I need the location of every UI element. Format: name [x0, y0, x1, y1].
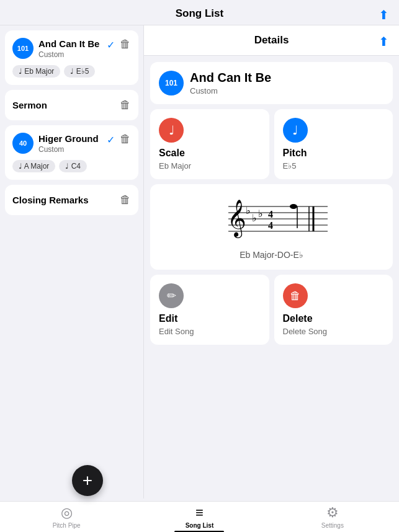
svg-text:♭: ♭ [252, 213, 257, 223]
svg-text:♭: ♭ [246, 205, 251, 216]
song-subtitle-and-can-it-be: Custom [38, 50, 107, 59]
tab-bar: ◎ Pitch Pipe ≡ Song List ⚙ Settings [0, 501, 399, 532]
svg-text:4: 4 [268, 209, 273, 219]
section-closing-title: Closing Remarks [12, 195, 89, 205]
right-panel: Details ⬆ 101 And Can It Be Custom ♩ Sca… [144, 25, 399, 499]
app-header: Song List ⬆ [0, 0, 399, 25]
details-song-badge: 101 [159, 71, 184, 95]
delete-card[interactable]: 🗑 Delete Delete Song [274, 275, 393, 345]
settings-tab-label: Settings [321, 522, 344, 529]
settings-tab-icon: ⚙ [326, 505, 339, 521]
detail-cards-row: ♩ Scale Eb Major ♩ Pitch E♭5 [150, 109, 393, 179]
song-badge-40: 40 [12, 133, 34, 154]
song-tag-pitch-1: ♩ E♭5 [64, 65, 95, 78]
svg-point-11 [290, 204, 297, 209]
pitch-card: ♩ Pitch E♭5 [274, 109, 393, 179]
section-sermon-title: Sermon [12, 100, 47, 110]
song-title-and-can-it-be: And Can It Be [38, 38, 107, 49]
song-list-tab-icon: ≡ [195, 505, 204, 521]
music-notation-card: 𝄞 ♭ ♭ ♭ 4 4 Eb Major-DO-E♭ [150, 184, 393, 270]
section-sermon: Sermon 🗑 [5, 90, 138, 120]
song-check-icon-2: ✓ [107, 134, 115, 146]
pitch-pipe-tab-icon: ◎ [61, 505, 73, 521]
details-title: Details [254, 34, 289, 46]
left-panel: 101 And Can It Be Custom ✓ 🗑 ♩ Eb Major … [0, 25, 144, 499]
app-title: Song List [176, 7, 223, 19]
scale-icon: ♩ [159, 118, 184, 143]
edit-icon: ✏ [159, 283, 184, 308]
delete-sub: Delete Song [283, 327, 385, 336]
song-check-icon-1: ✓ [107, 39, 115, 51]
tab-settings[interactable]: ⚙ Settings [266, 501, 399, 532]
song-list-tab-label: Song List [186, 522, 214, 529]
action-cards-row: ✏ Edit Edit Song 🗑 Delete Delete Song [150, 275, 393, 345]
section-closing-remarks: Closing Remarks 🗑 [5, 185, 138, 215]
song-tags-2: ♩ A Major ♩ C4 [12, 160, 131, 172]
tab-song-list[interactable]: ≡ Song List [133, 501, 266, 532]
song-delete-icon-1[interactable]: 🗑 [120, 38, 131, 51]
song-tag-pitch-2: ♩ C4 [59, 160, 87, 172]
pitch-label: Pitch [283, 148, 385, 159]
edit-card[interactable]: ✏ Edit Edit Song [150, 275, 269, 345]
details-header: Details ⬆ [144, 25, 399, 56]
svg-text:4: 4 [268, 220, 273, 231]
song-title-higer-ground: Higer Ground [38, 133, 107, 144]
song-tags-1: ♩ Eb Major ♩ E♭5 [12, 65, 131, 78]
tab-pitch-pipe[interactable]: ◎ Pitch Pipe [0, 501, 133, 532]
song-tag-scale-1: ♩ Eb Major [12, 65, 60, 78]
details-song-card: 101 And Can It Be Custom [150, 62, 393, 104]
scale-value: Eb Major [159, 161, 261, 171]
details-share-icon[interactable]: ⬆ [379, 34, 389, 49]
details-song-sub: Custom [190, 86, 271, 95]
song-subtitle-higer-ground: Custom [38, 145, 107, 154]
pitch-value: E♭5 [283, 161, 385, 171]
header-share-icon[interactable]: ⬆ [379, 7, 389, 22]
song-card-and-can-it-be[interactable]: 101 And Can It Be Custom ✓ 🗑 ♩ Eb Major … [5, 30, 138, 85]
main-layout: 101 And Can It Be Custom ✓ 🗑 ♩ Eb Major … [0, 25, 399, 499]
section-closing-delete-icon[interactable]: 🗑 [120, 193, 131, 206]
song-badge-101: 101 [12, 38, 34, 59]
music-staff-svg: 𝄞 ♭ ♭ ♭ 4 4 [210, 194, 334, 250]
music-notation-caption: Eb Major-DO-E♭ [240, 250, 303, 260]
details-song-name: And Can It Be [190, 71, 271, 85]
scale-label: Scale [159, 148, 261, 159]
delete-icon: 🗑 [283, 283, 308, 308]
scale-card: ♩ Scale Eb Major [150, 109, 269, 179]
svg-text:♭: ♭ [258, 208, 263, 219]
add-button[interactable]: + [72, 465, 103, 496]
song-card-higer-ground[interactable]: 40 Higer Ground Custom ✓ 🗑 ♩ A Major ♩ C… [5, 125, 138, 180]
song-tag-scale-2: ♩ A Major [12, 160, 55, 172]
edit-label: Edit [159, 313, 261, 324]
section-sermon-delete-icon[interactable]: 🗑 [120, 99, 131, 112]
song-delete-icon-2[interactable]: 🗑 [120, 133, 131, 146]
edit-sub: Edit Song [159, 327, 261, 336]
svg-text:𝄞: 𝄞 [227, 200, 246, 239]
pitch-icon: ♩ [283, 118, 308, 143]
delete-label: Delete [283, 313, 385, 324]
pitch-pipe-tab-label: Pitch Pipe [53, 522, 81, 529]
